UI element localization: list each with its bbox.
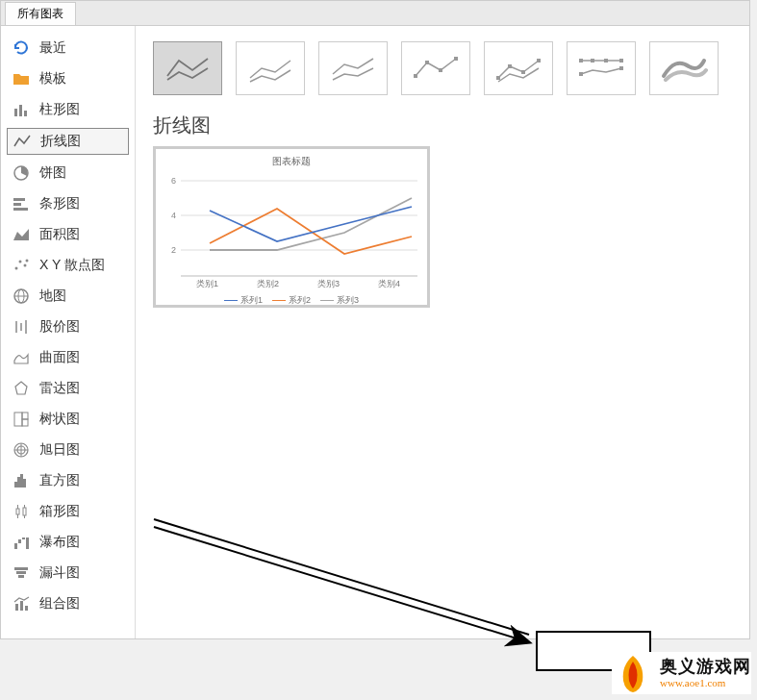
svg-rect-5 xyxy=(13,203,21,206)
subtype-stacked-line[interactable] xyxy=(236,41,305,95)
sidebar-item-label: 饼图 xyxy=(39,164,66,182)
histogram-chart-icon xyxy=(13,472,30,489)
svg-rect-38 xyxy=(26,538,29,549)
svg-rect-6 xyxy=(13,208,28,211)
svg-rect-0 xyxy=(14,109,17,116)
sidebar-item-radar[interactable]: 雷达图 xyxy=(7,376,129,401)
svg-rect-48 xyxy=(454,57,458,61)
svg-rect-37 xyxy=(22,538,25,539)
folder-icon xyxy=(13,70,30,88)
sidebar-item-line[interactable]: 折线图 xyxy=(7,128,129,155)
sidebar-item-label: 组合图 xyxy=(39,595,80,612)
sidebar-item-scatter[interactable]: X Y 散点图 xyxy=(7,253,129,278)
svg-marker-17 xyxy=(15,382,27,394)
subtype-title: 折线图 xyxy=(153,112,732,138)
sidebar-item-stock[interactable]: 股价图 xyxy=(7,314,129,339)
watermark-title: 奥义游戏网 xyxy=(660,658,751,677)
sidebar-item-combo[interactable]: 组合图 xyxy=(7,591,129,616)
svg-rect-28 xyxy=(23,479,26,488)
sidebar-item-map[interactable]: 地图 xyxy=(7,284,129,309)
sidebar-item-label: 折线图 xyxy=(40,133,81,150)
svg-point-7 xyxy=(15,267,18,270)
subtype-thumbnail-row xyxy=(153,41,732,95)
tab-all-charts[interactable]: 所有图表 xyxy=(5,2,76,25)
sidebar-item-label: 最近 xyxy=(39,39,66,57)
surface-chart-icon xyxy=(13,349,30,366)
svg-rect-1 xyxy=(19,105,22,116)
recent-icon xyxy=(13,39,30,57)
svg-rect-49 xyxy=(496,76,500,80)
subtype-line[interactable] xyxy=(153,41,222,95)
sidebar-item-column[interactable]: 柱形图 xyxy=(7,97,129,122)
sidebar-item-histogram[interactable]: 直方图 xyxy=(7,468,129,493)
combo-chart-icon xyxy=(13,595,30,612)
svg-text:6: 6 xyxy=(171,176,176,186)
sidebar-item-label: 漏斗图 xyxy=(39,564,80,582)
sidebar-item-bar[interactable]: 条形图 xyxy=(7,191,129,216)
svg-rect-56 xyxy=(619,59,623,62)
svg-rect-26 xyxy=(17,477,20,488)
svg-rect-39 xyxy=(14,567,28,570)
sidebar-item-recent[interactable]: 最近 xyxy=(7,36,129,61)
subtype-100-stacked-line[interactable] xyxy=(318,41,388,95)
svg-rect-2 xyxy=(24,111,27,116)
subtype-stacked-line-markers[interactable] xyxy=(484,41,553,95)
preview-chart-title: 图表标题 xyxy=(164,155,419,168)
sidebar-item-treemap[interactable]: 树状图 xyxy=(7,407,129,432)
sidebar-item-boxwhisker[interactable]: 箱形图 xyxy=(7,499,129,524)
svg-rect-43 xyxy=(20,601,23,611)
watermark-logo-icon xyxy=(612,652,654,694)
sidebar-item-label: 树状图 xyxy=(39,411,80,428)
svg-rect-53 xyxy=(579,59,583,62)
svg-rect-58 xyxy=(619,66,623,70)
sidebar-item-pie[interactable]: 饼图 xyxy=(7,161,129,186)
sidebar-item-label: 旭日图 xyxy=(39,441,80,459)
svg-rect-35 xyxy=(14,543,17,549)
subtype-3d-line[interactable] xyxy=(649,41,719,95)
sidebar-item-surface[interactable]: 曲面图 xyxy=(7,345,129,370)
sidebar-item-label: 曲面图 xyxy=(39,349,80,366)
chart-preview[interactable]: 图表标题 6 4 2 类别1 xyxy=(153,146,430,308)
svg-rect-32 xyxy=(23,508,26,515)
svg-rect-44 xyxy=(25,606,28,611)
boxwhisker-chart-icon xyxy=(13,503,30,520)
svg-rect-52 xyxy=(537,59,541,62)
subtype-100-stacked-line-markers[interactable] xyxy=(567,41,636,95)
bar-chart-icon xyxy=(13,195,30,212)
map-chart-icon xyxy=(13,288,30,305)
sidebar-item-label: 股价图 xyxy=(39,318,80,336)
line-chart-icon xyxy=(13,133,31,150)
sidebar-item-label: X Y 散点图 xyxy=(39,257,105,274)
stock-chart-icon xyxy=(13,318,30,336)
subtype-line-markers[interactable] xyxy=(401,41,470,95)
tab-bar: 所有图表 xyxy=(1,1,749,26)
sidebar-item-label: 雷达图 xyxy=(39,380,80,397)
svg-text:4: 4 xyxy=(171,211,176,220)
sidebar-item-sunburst[interactable]: 旭日图 xyxy=(7,438,129,462)
radar-chart-icon xyxy=(13,380,30,397)
sidebar-item-waterfall[interactable]: 瀑布图 xyxy=(7,530,129,555)
svg-rect-55 xyxy=(604,59,608,62)
sidebar-item-area[interactable]: 面积图 xyxy=(7,222,129,247)
sunburst-chart-icon xyxy=(13,441,30,459)
sidebar-item-label: 瀑布图 xyxy=(39,534,80,551)
svg-rect-46 xyxy=(425,61,429,64)
svg-rect-40 xyxy=(16,571,26,574)
pie-chart-icon xyxy=(13,164,30,182)
chart-subtype-panel: 折线图 图表标题 6 4 2 xyxy=(136,26,749,638)
column-chart-icon xyxy=(13,101,30,118)
svg-rect-41 xyxy=(18,575,24,578)
watermark-url: www.aoe1.com xyxy=(660,677,751,688)
insert-chart-dialog: 所有图表 最近 模板 柱形图 xyxy=(0,0,750,639)
svg-rect-36 xyxy=(18,539,21,543)
svg-rect-4 xyxy=(13,198,25,201)
preview-chart-svg: 6 4 2 xyxy=(164,170,421,278)
sidebar-item-templates[interactable]: 模板 xyxy=(7,66,129,91)
watermark: 奥义游戏网 www.aoe1.com xyxy=(612,652,751,694)
sidebar-item-funnel[interactable]: 漏斗图 xyxy=(7,561,129,586)
svg-point-8 xyxy=(19,261,22,263)
svg-rect-57 xyxy=(579,72,583,76)
svg-rect-45 xyxy=(414,74,417,78)
chart-category-sidebar: 最近 模板 柱形图 折线图 xyxy=(1,26,136,638)
svg-rect-29 xyxy=(16,509,19,514)
